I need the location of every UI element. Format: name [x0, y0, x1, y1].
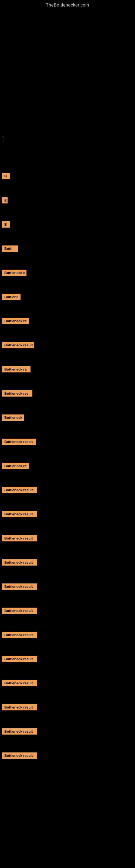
pipe-char: |	[1, 132, 134, 144]
result-row: Bottleneck result	[1, 532, 134, 544]
result-row: Bottleneck result	[1, 557, 134, 568]
bottleneck-result-label: B	[2, 221, 10, 227]
bottleneck-result-label: Bottleneck result	[2, 535, 37, 541]
bottleneck-result-label: Bottleneck result	[2, 511, 37, 517]
bottleneck-result-label: Bottleneck result	[2, 704, 37, 710]
result-row: E	[1, 194, 134, 206]
bottleneck-result-label: Bottleneck result	[2, 608, 37, 614]
content-area: | B E B Bottl Bottleneck d Bottlene Bott…	[0, 132, 135, 762]
result-row: Bottleneck result	[1, 725, 134, 737]
bottleneck-result-label: Bottleneck ra	[2, 366, 31, 372]
bottleneck-result-label: Bottleneck re	[2, 463, 29, 469]
bottleneck-result-label: Bottleneck result	[2, 584, 37, 590]
result-row: Bottleneck d	[1, 267, 134, 279]
bottleneck-result-label: Bottleneck result	[2, 342, 34, 348]
bottleneck-result-label: Bottleneck d	[2, 270, 27, 276]
bottleneck-result-label: Bottleneck re	[2, 318, 29, 324]
result-row: Bottleneck result	[1, 677, 134, 689]
site-title: TheBottlenecker.com	[0, 0, 135, 10]
result-row: Bottleneck result	[1, 750, 134, 762]
bottleneck-result-label: Bottlene	[2, 294, 20, 300]
bottleneck-result-label: Bottleneck result	[2, 632, 37, 638]
result-row: B	[1, 219, 134, 230]
result-row: Bottleneck result	[1, 339, 134, 351]
result-row: Bottleneck ra	[1, 364, 134, 375]
result-row: Bottleneck result	[1, 508, 134, 520]
bottleneck-result-label: E	[2, 197, 8, 204]
result-row: Bottleneck result	[1, 581, 134, 592]
site-header: TheBottlenecker.com	[0, 0, 135, 10]
result-row: Bottleneck result	[1, 484, 134, 496]
bottleneck-result-label: Bottleneck result	[2, 680, 37, 686]
bottleneck-result-label: Bottleneck result	[2, 559, 37, 565]
result-row: B	[1, 170, 134, 182]
result-row: Bottleneck	[1, 412, 134, 424]
result-row: Bottleneck result	[1, 605, 134, 617]
result-row: Bottleneck res	[1, 388, 134, 399]
bottleneck-result-label: Bottleneck result	[2, 487, 37, 493]
bottleneck-result-label: Bottleneck	[2, 414, 24, 421]
result-row: Bottleneck re	[1, 315, 134, 327]
bottleneck-result-label: Bottleneck result	[2, 728, 37, 735]
bottleneck-result-label: Bottleneck result	[2, 439, 36, 445]
result-row: Bottleneck re	[1, 460, 134, 472]
result-row: Bottleneck result	[1, 436, 134, 447]
bottleneck-result-label: B	[2, 173, 10, 179]
result-row: Bottlene	[1, 291, 134, 303]
bottleneck-result-label: Bottl	[2, 246, 18, 252]
bottleneck-result-label: Bottleneck result	[2, 752, 37, 759]
bottleneck-result-label: Bottleneck res	[2, 390, 32, 397]
bottleneck-result-label: Bottleneck result	[2, 656, 37, 662]
result-row: Bottl	[1, 243, 134, 254]
result-row: Bottleneck result	[1, 653, 134, 665]
result-row: Bottleneck result	[1, 629, 134, 641]
result-row: Bottleneck result	[1, 702, 134, 713]
